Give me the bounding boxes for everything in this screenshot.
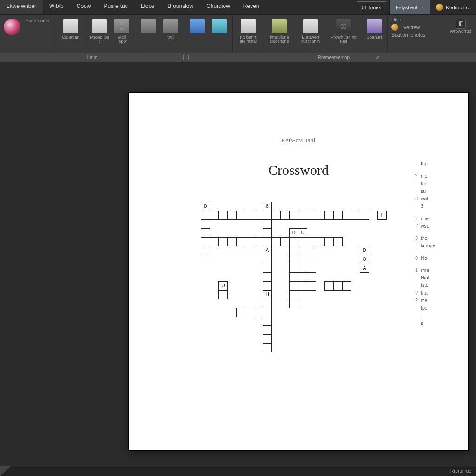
crossword-cell[interactable] bbox=[263, 238, 272, 246]
view-icon[interactable] bbox=[176, 55, 181, 60]
crossword-cell[interactable] bbox=[263, 317, 272, 326]
menu-tab[interactable]: Coow bbox=[70, 0, 98, 14]
ribbon-eltrowert[interactable]: Eltrowerthut toonth bbox=[297, 18, 324, 50]
crossword-cell[interactable] bbox=[290, 299, 298, 308]
crossword-cell[interactable] bbox=[307, 238, 316, 246]
crossword-cell[interactable] bbox=[316, 211, 325, 220]
crossword-cell[interactable] bbox=[263, 273, 272, 282]
crossword-cell[interactable] bbox=[201, 246, 210, 255]
crossword-cell[interactable] bbox=[298, 282, 307, 291]
crossword-cell[interactable] bbox=[298, 211, 307, 220]
menu-tab[interactable]: Churdiow bbox=[200, 0, 237, 14]
ribbon-wroworrod[interactable]: ◧Wroworrod bbox=[447, 18, 474, 50]
crossword-cell[interactable] bbox=[263, 335, 272, 344]
crossword-cell[interactable]: B bbox=[290, 229, 298, 238]
crossword-cell[interactable] bbox=[290, 255, 298, 264]
crossword-cell[interactable] bbox=[254, 211, 263, 220]
crossword-cell[interactable]: H bbox=[263, 291, 272, 299]
crossword-cell[interactable] bbox=[360, 211, 369, 220]
menu-tab[interactable]: Ltoos bbox=[134, 0, 161, 14]
ribbon-poondiius[interactable]: Poondiiusd bbox=[88, 18, 111, 50]
ribbon-nobenrt[interactable]: no benrttite minal bbox=[235, 18, 262, 50]
crossword-cell[interactable]: U bbox=[298, 229, 307, 238]
crossword-cell[interactable] bbox=[290, 273, 298, 282]
menu-tab[interactable]: Brounslow bbox=[161, 0, 200, 14]
crossword-cell[interactable] bbox=[351, 211, 360, 220]
menu-tab[interactable]: Lkwe wnber bbox=[0, 0, 43, 14]
crossword-cell[interactable] bbox=[290, 264, 298, 273]
ribbon-sbanurt[interactable]: Sbanurt bbox=[363, 18, 385, 50]
action-tones[interactable]: 5t Tones bbox=[357, 1, 386, 13]
crossword-cell[interactable] bbox=[307, 264, 316, 273]
crossword-cell[interactable]: D bbox=[360, 246, 369, 255]
crossword-cell[interactable] bbox=[201, 238, 210, 246]
crossword-cell[interactable] bbox=[219, 238, 228, 246]
side-suation[interactable]: Suation fonotes bbox=[391, 32, 425, 38]
crossword-cell[interactable] bbox=[219, 211, 228, 220]
action-account[interactable]: Kodduol ct bbox=[430, 0, 476, 14]
crossword-cell[interactable] bbox=[343, 211, 351, 220]
crossword-cell[interactable] bbox=[245, 211, 254, 220]
resize-grip-icon[interactable] bbox=[0, 466, 10, 476]
ribbon-hurte-purrer[interactable]: Hurte Purrer bbox=[22, 18, 53, 50]
action-falystient[interactable]: Falystient▾ bbox=[389, 0, 430, 14]
crossword-cell[interactable] bbox=[290, 282, 298, 291]
crossword-cell[interactable]: A bbox=[360, 264, 369, 273]
crossword-cell[interactable] bbox=[237, 211, 245, 220]
crossword-cell[interactable] bbox=[263, 255, 272, 264]
crossword-cell[interactable] bbox=[298, 264, 307, 273]
crossword-cell[interactable] bbox=[272, 238, 281, 246]
crossword-cell[interactable]: A bbox=[263, 246, 272, 255]
crossword-cell[interactable] bbox=[237, 308, 245, 317]
crossword-cell[interactable]: D bbox=[201, 202, 210, 211]
crossword-cell[interactable] bbox=[228, 211, 237, 220]
crossword-cell[interactable] bbox=[290, 238, 298, 246]
document-page[interactable]: Refs-ctsDanl Crossword D8PBUADOAUH IhpYm… bbox=[129, 93, 468, 450]
crossword-cell[interactable]: 8 bbox=[263, 202, 272, 211]
crossword-cell[interactable] bbox=[263, 229, 272, 238]
ribbon-teal[interactable] bbox=[208, 18, 231, 50]
side-itvertrew[interactable]: Itvertrew bbox=[391, 24, 425, 31]
crossword-cell[interactable]: O bbox=[360, 255, 369, 264]
crossword-cell[interactable] bbox=[245, 238, 254, 246]
crossword-cell[interactable] bbox=[290, 211, 298, 220]
crossword-cell[interactable] bbox=[316, 238, 325, 246]
crossword-cell[interactable] bbox=[263, 282, 272, 291]
crossword-cell[interactable] bbox=[325, 211, 334, 220]
crossword-cell[interactable] bbox=[263, 211, 272, 220]
crossword-cell[interactable] bbox=[307, 282, 316, 291]
crossword-cell[interactable] bbox=[245, 308, 254, 317]
menu-tab[interactable]: Wibtb bbox=[43, 0, 70, 14]
ribbon-intertilone[interactable]: Intertiloneslucenone bbox=[266, 18, 293, 50]
crossword-cell[interactable] bbox=[272, 211, 281, 220]
crossword-cell[interactable] bbox=[343, 282, 351, 291]
crossword-cell[interactable] bbox=[201, 229, 210, 238]
subbar-launcher[interactable]: ⤢ bbox=[367, 55, 388, 60]
ribbon-oicil[interactable]: ▭▭oicilTepor bbox=[111, 18, 133, 50]
ribbon-prowhutplinit[interactable]: ◍ProwhutPlinitFtel bbox=[328, 18, 359, 50]
crossword-cell[interactable] bbox=[263, 220, 272, 229]
crossword-cell[interactable] bbox=[281, 238, 290, 246]
crossword-cell[interactable]: U bbox=[219, 282, 228, 291]
crossword-cell[interactable] bbox=[307, 211, 316, 220]
ribbon-tnrt[interactable]: tnrt bbox=[159, 18, 182, 50]
crossword-cell[interactable] bbox=[263, 326, 272, 335]
crossword-cell[interactable] bbox=[281, 211, 290, 220]
crossword-cell[interactable] bbox=[298, 238, 307, 246]
crossword-cell[interactable]: P bbox=[378, 211, 387, 220]
crossword-cell[interactable] bbox=[290, 246, 298, 255]
crossword-cell[interactable] bbox=[334, 238, 343, 246]
crossword-cell[interactable] bbox=[290, 291, 298, 299]
crossword-cell[interactable] bbox=[210, 238, 219, 246]
side-hick[interactable]: Hick bbox=[391, 17, 425, 22]
crossword-cell[interactable] bbox=[263, 299, 272, 308]
menu-tab[interactable]: Reven bbox=[237, 0, 266, 14]
ribbon-blue[interactable] bbox=[186, 18, 208, 50]
crossword-cell[interactable] bbox=[219, 291, 228, 299]
crossword-cell[interactable] bbox=[263, 308, 272, 317]
crossword-cell[interactable] bbox=[201, 220, 210, 229]
crossword-cell[interactable] bbox=[210, 211, 219, 220]
crossword-cell[interactable] bbox=[325, 282, 334, 291]
crossword-cell[interactable] bbox=[201, 211, 210, 220]
menu-tab[interactable]: Pusrertuc bbox=[97, 0, 134, 14]
